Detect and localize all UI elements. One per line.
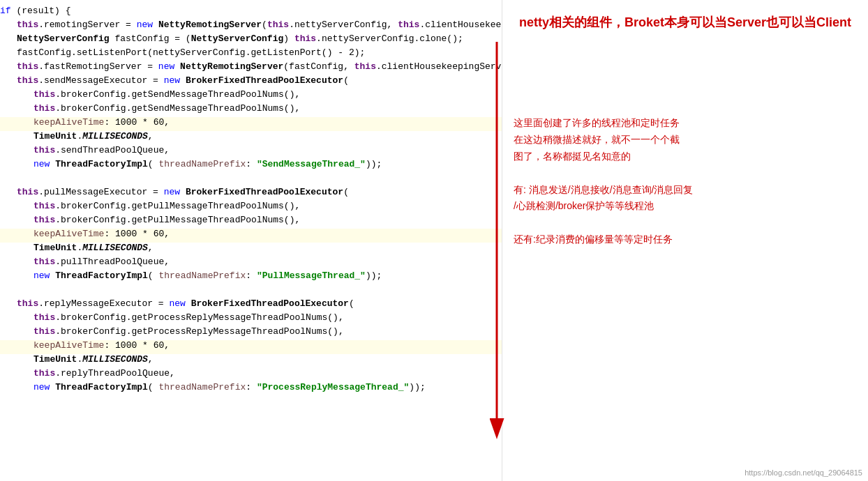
code-line: new ThreadFactoryImpl( threadNamePrefix:… [0,270,502,284]
code-line: this.sendMessageExecutor = new BrokerFix… [0,75,502,89]
code-line: this.pullMessageExecutor = new BrokerFix… [0,187,502,201]
code-line: new ThreadFactoryImpl( threadNamePrefix:… [0,159,502,173]
code-line: this.brokerConfig.getPullMessageThreadPo… [0,215,502,229]
code-line: TimeUnit.MILLISECONDS, [0,354,502,368]
code-line: this.sendThreadPoolQueue, [0,145,502,159]
code-line: NettyServerConfig fastConfig = (NettySer… [0,33,502,47]
annotation-panel: netty相关的组件，Broket本身可以当Server也可以当Client 这… [502,0,868,481]
code-line: this.replyMessageExecutor = new BrokerFi… [0,298,502,312]
annotation-block-3: 还有:纪录消费的偏移量等等定时任务 [514,231,857,248]
code-line: this.fastRemotingServer = new NettyRemot… [0,61,502,75]
code-line: this.brokerConfig.getSendMessageThreadPo… [0,103,502,117]
code-panel: if (result) { this.remotingServer = new … [0,0,502,481]
code-line: keepAliveTime: 1000 * 60, [0,340,502,354]
code-line [0,284,502,298]
code-line: this.pullThreadPoolQueue, [0,257,502,270]
code-line: this.brokerConfig.getProcessReplyMessage… [0,326,502,340]
code-line: TimeUnit.MILLISECONDS, [0,243,502,257]
code-line: this.replyThreadPoolQueue, [0,368,502,382]
code-line: this.brokerConfig.getPullMessageThreadPo… [0,201,502,215]
code-line: this.remotingServer = new NettyRemotingS… [0,20,502,33]
code-line: new ThreadFactoryImpl( threadNamePrefix:… [0,382,502,396]
code-line: if (result) { [0,6,502,20]
code-line: this.brokerConfig.getSendMessageThreadPo… [0,89,502,103]
watermark: https://blog.csdn.net/qq_29064815 [744,468,862,477]
main-container: if (result) { this.remotingServer = new … [0,0,868,481]
code-line [0,173,502,187]
annotation-title: netty相关的组件，Broket本身可以当Server也可以当Client [514,14,857,31]
annotation-block-1: 这里面创建了许多的线程池和定时任务 在这边稍微描述就好，就不一一个个截 图了，名… [514,115,857,165]
code-line: keepAliveTime: 1000 * 60, [0,117,502,131]
code-line: keepAliveTime: 1000 * 60, [0,229,502,243]
code-line: this.brokerConfig.getProcessReplyMessage… [0,312,502,326]
code-line: TimeUnit.MILLISECONDS, [0,131,502,145]
code-line: fastConfig.setListenPort(nettyServerConf… [0,47,502,61]
annotation-block-2: 有: 消息发送/消息接收/消息查询/消息回复 /心跳检测/broker保护等等线… [514,182,857,215]
